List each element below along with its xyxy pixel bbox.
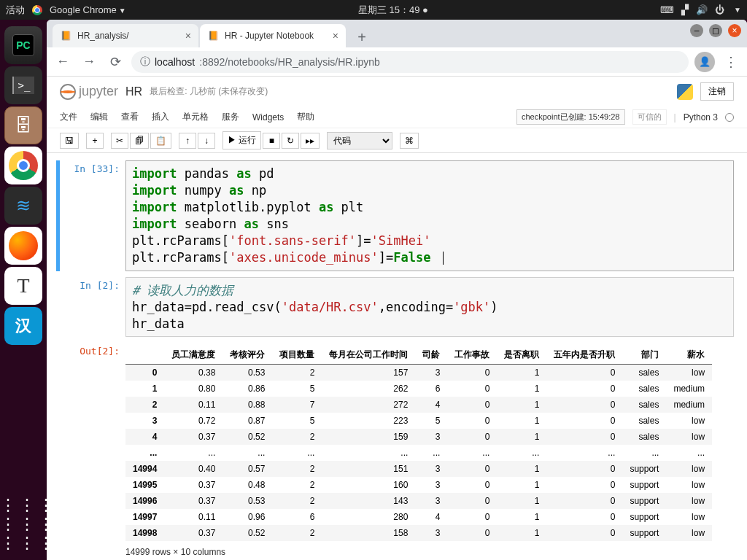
table-row: ................................. bbox=[125, 445, 712, 461]
url-path: :8892/notebooks/HR_analysis/HR.ipynb bbox=[199, 56, 379, 68]
tab-title: HR - Jupyter Notebook bbox=[225, 31, 314, 41]
volume-icon[interactable]: 🔊 bbox=[696, 4, 708, 15]
input-prompt: In [33]: bbox=[60, 160, 125, 271]
url-host: localhost bbox=[155, 56, 195, 68]
show-applications-icon[interactable]: ⋮⋮⋮⋮⋮⋮⋮⋮⋮ bbox=[0, 496, 47, 553]
jupyter-menubar: 文件 编辑 查看 插入 单元格 服务 Widgets 帮助 checkpoint… bbox=[47, 106, 747, 128]
code-cell-2[interactable]: In [2]: # 读取人力的数据 hr_data=pd.read_csv('d… bbox=[60, 277, 734, 338]
tab-hr-analysis[interactable]: 📙 HR_analysis/ × bbox=[53, 24, 198, 47]
window-close-button[interactable]: × bbox=[728, 24, 741, 37]
kernel-name[interactable]: Python 3 bbox=[684, 112, 718, 122]
site-info-icon[interactable]: ⓘ bbox=[140, 55, 150, 69]
jupyter-header: jupyter HR 最后检查: 几秒前 (未保存改变) 注销 bbox=[47, 77, 747, 106]
jupyter-toolbar: 🖫 + ✂ 🗐 📋 ↑ ↓ ▶ 运行 ■ ↻ ▸▸ 代码 ⌘ bbox=[47, 128, 747, 153]
close-tab-icon[interactable]: × bbox=[185, 30, 191, 42]
command-palette-button[interactable]: ⌘ bbox=[400, 133, 419, 149]
output-prompt: Out[2]: bbox=[60, 343, 125, 560]
copy-button[interactable]: 🗐 bbox=[130, 133, 149, 149]
save-button[interactable]: 🖫 bbox=[60, 133, 79, 149]
launcher-dictionary[interactable]: 汉 bbox=[4, 307, 42, 345]
launcher-pycharm[interactable]: PC bbox=[4, 26, 42, 64]
tab-hr-notebook[interactable]: 📙 HR - Jupyter Notebook × bbox=[200, 24, 346, 47]
jupyter-favicon-icon: 📙 bbox=[60, 30, 71, 42]
launcher-chrome[interactable] bbox=[4, 147, 42, 184]
table-row: 10.800.8652626010salesmedium bbox=[125, 381, 712, 397]
omnibar: ← → ⟳ ⓘ localhost:8892/notebooks/HR_anal… bbox=[47, 47, 747, 77]
activities-button[interactable]: 活动 bbox=[6, 4, 25, 17]
tab-title: HR_analysis/ bbox=[77, 31, 129, 41]
paste-button[interactable]: 📋 bbox=[150, 133, 171, 149]
clock[interactable]: 星期三 15：49 ● bbox=[126, 4, 660, 17]
save-status: 最后检查: 几秒前 (未保存改变) bbox=[150, 85, 268, 98]
dataframe-table: 员工满意度考核评分项目数量每月在公司工作时间司龄工作事故是否离职五年内是否升职部… bbox=[125, 346, 712, 541]
cut-button[interactable]: ✂ bbox=[111, 133, 128, 149]
url-bar[interactable]: ⓘ localhost:8892/notebooks/HR_analysis/H… bbox=[131, 51, 689, 73]
python-icon bbox=[677, 84, 693, 100]
restart-run-all-button[interactable]: ▸▸ bbox=[301, 133, 320, 149]
table-row: 00.380.5321573010saleslow bbox=[125, 365, 712, 381]
insert-cell-button[interactable]: + bbox=[86, 133, 104, 149]
table-row: 20.110.8872724010salesmedium bbox=[125, 397, 712, 413]
launcher-firefox[interactable] bbox=[4, 227, 42, 265]
close-tab-icon[interactable]: × bbox=[333, 30, 338, 42]
menu-help[interactable]: 帮助 bbox=[297, 111, 314, 123]
power-icon[interactable]: ⏻ bbox=[715, 4, 724, 15]
trusted-indicator[interactable]: 可信的 bbox=[632, 109, 667, 125]
input-prompt: In [2]: bbox=[60, 277, 125, 338]
jupyter-favicon-icon: 📙 bbox=[207, 30, 219, 42]
notebook-title[interactable]: HR bbox=[125, 85, 142, 98]
code-editor[interactable]: # 读取人力的数据 hr_data=pd.read_csv('data/HR.c… bbox=[125, 277, 734, 338]
cell-type-select[interactable]: 代码 bbox=[327, 132, 392, 149]
launcher-text-editor[interactable]: T bbox=[4, 267, 42, 305]
launcher-vscode[interactable]: ≋ bbox=[4, 187, 42, 225]
checkpoint-message: checkpoint已创建: 15:49:28 bbox=[516, 109, 625, 125]
tab-strip: 📙 HR_analysis/ × 📙 HR - Jupyter Notebook… bbox=[47, 20, 747, 47]
table-row: 149950.370.4821603010supportlow bbox=[125, 477, 712, 493]
run-button[interactable]: ▶ 运行 bbox=[222, 131, 261, 149]
launcher-files[interactable]: 🗄 bbox=[4, 106, 42, 144]
back-button[interactable]: ← bbox=[53, 52, 73, 72]
interrupt-button[interactable]: ■ bbox=[263, 133, 280, 149]
launcher-dock: PC >_ 🗄 ≋ T 汉 ⋮⋮⋮⋮⋮⋮⋮⋮⋮ bbox=[0, 20, 47, 560]
system-menu-icon[interactable]: ▼ bbox=[734, 6, 741, 14]
table-row: 149980.370.5221583010supportlow bbox=[125, 525, 712, 541]
menu-edit[interactable]: 编辑 bbox=[90, 111, 108, 123]
chrome-menu-button[interactable]: ⋮ bbox=[721, 52, 741, 72]
gnome-topbar: 活动 Google Chrome▼ 星期三 15：49 ● ⌨ ▞ 🔊 ⏻ ▼ bbox=[0, 0, 747, 20]
table-row: 149970.110.9662804010supportlow bbox=[125, 509, 712, 525]
menu-insert[interactable]: 插入 bbox=[152, 111, 169, 123]
profile-button[interactable]: 👤 bbox=[694, 52, 715, 72]
app-menu[interactable]: Google Chrome▼ bbox=[50, 4, 126, 15]
reload-button[interactable]: ⟳ bbox=[105, 52, 125, 72]
logout-button[interactable]: 注销 bbox=[700, 82, 734, 101]
network-icon[interactable]: ▞ bbox=[681, 4, 689, 15]
jupyter-page: jupyter HR 最后检查: 几秒前 (未保存改变) 注销 文件 编辑 查看… bbox=[47, 77, 747, 560]
menu-view[interactable]: 查看 bbox=[121, 111, 139, 123]
forward-button[interactable]: → bbox=[79, 52, 99, 72]
output-cell-2: Out[2]: 员工满意度考核评分项目数量每月在公司工作时间司龄工作事故是否离职… bbox=[60, 343, 734, 560]
new-tab-button[interactable]: + bbox=[352, 27, 372, 47]
menu-cell[interactable]: 单元格 bbox=[182, 111, 209, 123]
window-minimize-button[interactable]: – bbox=[690, 24, 703, 37]
dataframe-output: 员工满意度考核评分项目数量每月在公司工作时间司龄工作事故是否离职五年内是否升职部… bbox=[125, 343, 734, 560]
jupyter-logo[interactable]: jupyter bbox=[60, 84, 118, 100]
move-down-button[interactable]: ↓ bbox=[198, 133, 215, 149]
code-cell-1[interactable]: In [33]: import pandas as pd import nump… bbox=[56, 160, 734, 271]
table-row: 30.720.8752235010saleslow bbox=[125, 413, 712, 429]
table-row: 149940.400.5721513010supportlow bbox=[125, 461, 712, 477]
notebook-area: In [33]: import pandas as pd import nump… bbox=[47, 153, 747, 560]
launcher-terminal[interactable]: >_ bbox=[4, 66, 42, 104]
keyboard-icon[interactable]: ⌨ bbox=[660, 4, 674, 15]
code-editor[interactable]: import pandas as pd import numpy as np i… bbox=[125, 160, 734, 271]
window-maximize-button[interactable]: ◻ bbox=[709, 24, 722, 37]
chrome-window: 📙 HR_analysis/ × 📙 HR - Jupyter Notebook… bbox=[47, 20, 747, 560]
move-up-button[interactable]: ↑ bbox=[179, 133, 196, 149]
menu-widgets[interactable]: Widgets bbox=[252, 112, 284, 122]
kernel-indicator-icon bbox=[725, 113, 734, 122]
restart-button[interactable]: ↻ bbox=[282, 133, 299, 149]
menu-file[interactable]: 文件 bbox=[60, 111, 77, 123]
dataframe-footer: 14999 rows × 10 columns bbox=[125, 541, 734, 557]
chrome-icon bbox=[32, 5, 42, 15]
table-row: 40.370.5221593010saleslow bbox=[125, 429, 712, 445]
menu-kernel[interactable]: 服务 bbox=[222, 111, 239, 123]
